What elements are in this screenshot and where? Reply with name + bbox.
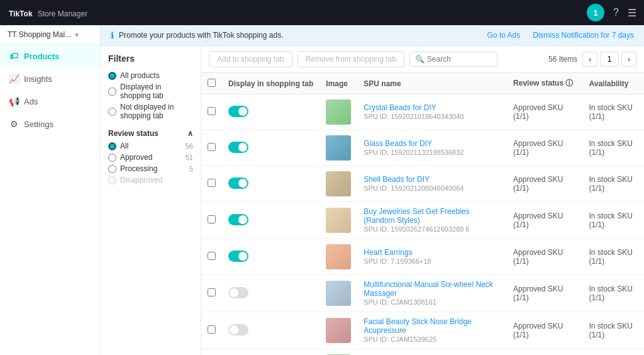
search-input[interactable] bbox=[427, 55, 492, 64]
row-review-status: Approved SKU (1/1) bbox=[507, 312, 582, 349]
display-toggle[interactable] bbox=[228, 106, 248, 117]
row-checkbox-cell bbox=[201, 166, 222, 202]
row-availability: In stock SKU (1/1) bbox=[583, 202, 644, 239]
prev-page-button[interactable]: ‹ bbox=[582, 52, 597, 67]
display-toggle[interactable] bbox=[228, 214, 248, 225]
filter-displayed[interactable]: Displayed in shopping tab bbox=[108, 82, 193, 100]
products-table: Display in shopping tab Image SPU name R… bbox=[201, 73, 644, 355]
table-row: Heart Earrings SPU ID: 7.159366+18 Appro… bbox=[201, 239, 644, 275]
pagination: ‹ › bbox=[582, 52, 636, 67]
products-table-container: Display in shopping tab Image SPU name R… bbox=[201, 73, 644, 355]
row-image-cell bbox=[319, 130, 357, 166]
row-spu-cell: Glass Beads for DIY SPU ID: 159202113218… bbox=[357, 130, 507, 166]
product-name-link[interactable]: Glass Beads for DIY bbox=[364, 139, 501, 148]
row-review-status: Approved SKU (1/1) bbox=[507, 94, 582, 130]
nav-label-products: Products bbox=[24, 52, 59, 61]
menu-icon[interactable]: ☰ bbox=[628, 7, 636, 19]
sidebar-item-insights[interactable]: 📈 Insights bbox=[0, 67, 100, 90]
help-icon[interactable]: ? bbox=[613, 7, 619, 18]
page-number-input[interactable] bbox=[600, 52, 619, 67]
row-checkbox[interactable] bbox=[208, 288, 216, 296]
row-toggle-cell bbox=[222, 166, 319, 202]
row-toggle-cell bbox=[222, 275, 319, 312]
display-toggle[interactable] bbox=[228, 142, 248, 153]
remove-from-shopping-button[interactable]: Remove from shopping tab bbox=[297, 51, 404, 67]
store-selector[interactable]: TT Shopping Mal... ▼ bbox=[0, 25, 100, 45]
filter-not-displayed[interactable]: Not displayed in shopping tab bbox=[108, 103, 193, 120]
main-content: ℹ Promote your products with TikTok shop… bbox=[101, 25, 644, 355]
th-display: Display in shopping tab bbox=[222, 73, 319, 94]
table-row: Facial Beauty Stick Nose Bridge Acupress… bbox=[201, 312, 644, 349]
row-image-cell bbox=[319, 166, 357, 202]
user-avatar[interactable]: 1 bbox=[587, 4, 604, 21]
row-checkbox[interactable] bbox=[208, 252, 216, 260]
th-checkbox bbox=[201, 73, 222, 94]
sidebar-item-products[interactable]: 🏷 Products bbox=[0, 45, 100, 67]
table-row: Multifunctional Manual Six-wheel Neck Ma… bbox=[201, 275, 644, 312]
th-review-status: Review status ⓘ bbox=[507, 73, 582, 94]
add-to-shopping-button[interactable]: Add to shopping tab bbox=[209, 51, 292, 67]
row-availability: In stock SKU (1/1) bbox=[583, 239, 644, 275]
row-checkbox[interactable] bbox=[208, 325, 216, 334]
review-disapproved: Disapproved bbox=[108, 176, 193, 184]
select-all-checkbox[interactable] bbox=[208, 79, 216, 87]
row-availability: In stock SKU (1/1) bbox=[583, 312, 644, 349]
sidebar-item-settings[interactable]: ⚙ Settings bbox=[0, 113, 100, 135]
product-name-link[interactable]: Crystal Beads for DIY bbox=[364, 103, 501, 112]
product-name-link[interactable]: Multifunctional Manual Six-wheel Neck Ma… bbox=[364, 280, 501, 298]
next-page-button[interactable]: › bbox=[621, 52, 636, 67]
nav-label-ads: Ads bbox=[24, 97, 38, 106]
display-toggle[interactable] bbox=[228, 178, 248, 189]
product-name-link[interactable]: Buy Jewelries Set Get Freebies (Random S… bbox=[364, 207, 501, 225]
row-availability: In stock SKU (1/1) bbox=[583, 166, 644, 202]
row-toggle-cell bbox=[222, 239, 319, 275]
ads-icon: 📢 bbox=[9, 96, 19, 106]
sidebar-item-ads[interactable]: 📢 Ads bbox=[0, 90, 100, 113]
row-checkbox[interactable] bbox=[208, 107, 216, 115]
search-icon: 🔍 bbox=[415, 55, 425, 64]
row-review-status: Approved SKU (1/1) bbox=[507, 166, 582, 202]
products-toolbar: Add to shopping tab Remove from shopping… bbox=[201, 46, 644, 73]
row-availability: In stock SKU (1/1) bbox=[583, 130, 644, 166]
content-area: Filters All products Displayed in shoppi… bbox=[101, 46, 644, 355]
table-row: Crystal Beads for DIY SPU ID: 1592021018… bbox=[201, 94, 644, 130]
table-row: 8 Beads Gua Sha Massager SPU ID: CJAM153… bbox=[201, 349, 644, 356]
logo-subtitle: Store Manager bbox=[38, 9, 87, 18]
products-area: Add to shopping tab Remove from shopping… bbox=[201, 46, 644, 355]
row-toggle-cell bbox=[222, 312, 319, 349]
topbar: TikTok Store Manager 1 ? ☰ bbox=[0, 0, 644, 25]
filter-all-products[interactable]: All products bbox=[108, 71, 193, 80]
row-checkbox[interactable] bbox=[208, 179, 216, 187]
dismiss-notification-link[interactable]: Dismiss Notification for 7 days bbox=[533, 31, 634, 40]
row-spu-cell: Shell Beads for DIY SPU ID: 159202120604… bbox=[357, 166, 507, 202]
items-count: 56 Items bbox=[548, 55, 577, 64]
filter-panel: Filters All products Displayed in shoppi… bbox=[101, 46, 201, 355]
row-spu-cell: Multifunctional Manual Six-wheel Neck Ma… bbox=[357, 275, 507, 312]
table-row: Buy Jewelries Set Get Freebies (Random S… bbox=[201, 202, 644, 239]
row-spu-cell: Facial Beauty Stick Nose Bridge Acupress… bbox=[357, 312, 507, 349]
row-checkbox-cell bbox=[201, 130, 222, 166]
sidebar: TT Shopping Mal... ▼ 🏷 Products 📈 Insigh… bbox=[0, 25, 101, 355]
product-thumbnail bbox=[326, 208, 351, 233]
product-name-link[interactable]: Heart Earrings bbox=[364, 248, 501, 257]
display-toggle[interactable] bbox=[228, 287, 248, 298]
review-processing[interactable]: Processing 5 bbox=[108, 164, 193, 173]
product-thumbnail bbox=[326, 318, 351, 343]
product-name-link[interactable]: Facial Beauty Stick Nose Bridge Acupress… bbox=[364, 317, 501, 335]
row-image-cell bbox=[319, 312, 357, 349]
row-image-cell bbox=[319, 275, 357, 312]
review-approved[interactable]: Approved 51 bbox=[108, 153, 193, 162]
go-to-ads-link[interactable]: Go to Ads bbox=[487, 31, 521, 40]
row-checkbox[interactable] bbox=[208, 215, 216, 223]
row-checkbox[interactable] bbox=[208, 143, 216, 151]
display-toggle[interactable] bbox=[228, 251, 248, 262]
th-image: Image bbox=[319, 73, 357, 94]
row-toggle-cell bbox=[222, 202, 319, 239]
row-checkbox-cell bbox=[201, 312, 222, 349]
product-name-link[interactable]: Shell Beads for DIY bbox=[364, 175, 501, 184]
display-toggle[interactable] bbox=[228, 324, 248, 335]
settings-icon: ⚙ bbox=[9, 119, 19, 129]
review-status-title[interactable]: Review status ∧ bbox=[108, 129, 193, 138]
row-checkbox-cell bbox=[201, 349, 222, 356]
review-all[interactable]: All 56 bbox=[108, 142, 193, 150]
